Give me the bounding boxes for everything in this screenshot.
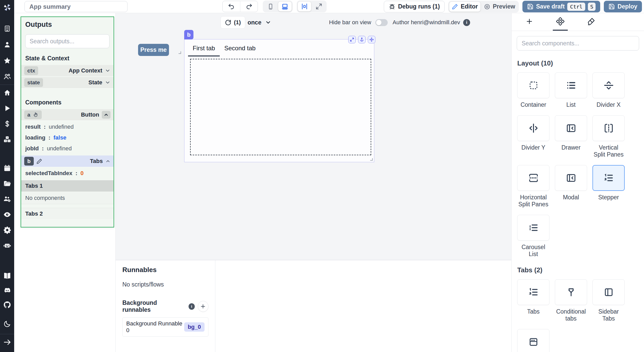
insert-tab[interactable] [522, 13, 537, 31]
user-icon[interactable] [3, 40, 12, 49]
discord-icon[interactable] [3, 286, 12, 295]
fullwidth-button[interactable] [312, 2, 326, 11]
tab-first[interactable]: First tab [188, 43, 220, 56]
anchor-icon [360, 37, 364, 42]
resources-cubes-icon[interactable] [3, 135, 12, 144]
save-draft-button[interactable]: Save draft Ctrl S [522, 1, 600, 12]
move-icon [369, 37, 374, 42]
workers-users-gear-icon[interactable] [3, 195, 12, 203]
divider-y-card[interactable] [517, 115, 549, 141]
vertical-split-panes-card[interactable] [592, 115, 625, 141]
workspace-building-icon[interactable] [3, 24, 12, 33]
bottom-panel: Runnables No scripts/flows Background ru… [115, 260, 511, 352]
github-icon[interactable] [3, 300, 12, 309]
redo-button[interactable] [240, 1, 258, 12]
windmill-logo[interactable] [3, 3, 12, 12]
state-row[interactable]: state State [21, 77, 114, 89]
ctx-row[interactable]: ctx App Context [21, 65, 114, 77]
outputs-panel: Outputs State & Context ctx App Context … [21, 17, 114, 227]
component-a-badge: a [24, 110, 42, 119]
folders-icon[interactable] [3, 179, 12, 188]
hide-bar-toggle[interactable] [375, 19, 388, 26]
audit-eye-icon[interactable] [3, 210, 12, 219]
horizontal-split-panes-card[interactable] [517, 165, 549, 191]
component-a-type: Button [81, 111, 99, 118]
background-runnable-item[interactable]: Background Runnable 0 bg_0 [122, 317, 208, 337]
stepper-card[interactable] [592, 165, 625, 191]
container-card[interactable] [517, 72, 549, 98]
tabs-component[interactable]: b First tab Second tab [184, 39, 374, 162]
center-align-button[interactable] [298, 2, 311, 11]
move-component-button[interactable] [368, 36, 375, 43]
canvas-align-group [297, 1, 327, 12]
state-id-badge: state [24, 78, 43, 87]
modal-card[interactable] [555, 165, 587, 191]
carousel-list-card[interactable] [517, 215, 549, 241]
component-b-row[interactable]: b Tabs [21, 155, 114, 167]
conditional-tabs-card[interactable] [555, 279, 587, 305]
empty-drop-zone[interactable] [190, 59, 371, 155]
collapse-arrow-icon[interactable] [3, 338, 12, 347]
preview-tab[interactable]: Preview [481, 2, 518, 12]
schedules-calendar-icon[interactable] [3, 164, 12, 173]
editor-tab[interactable]: Editor [449, 2, 480, 12]
press-me-button[interactable]: Press me [138, 44, 169, 56]
schedule-mode-dropdown[interactable]: once [248, 16, 271, 29]
refresh-button[interactable]: (1) [221, 16, 245, 29]
divider-y-icon [528, 123, 539, 134]
deploy-button[interactable]: Deploy [604, 1, 642, 12]
mobile-view-button[interactable] [264, 2, 277, 11]
anchor-component-button[interactable] [358, 36, 366, 43]
home-icon[interactable] [3, 88, 12, 97]
runs-play-icon[interactable] [3, 104, 12, 113]
sidebar-tabs-card[interactable] [592, 279, 625, 305]
undo-button[interactable] [223, 1, 240, 12]
collapse-a-button[interactable] [102, 111, 111, 119]
settings-gear-icon[interactable] [3, 226, 12, 234]
tabs-heading: Tabs (2) [517, 266, 644, 274]
assistant-robot-icon[interactable] [3, 241, 12, 250]
divider-x-card[interactable] [592, 72, 625, 98]
invisible-tabs-card[interactable] [517, 329, 549, 352]
components-panel: Layout (10) Container List [511, 13, 644, 352]
resize-handle-icon[interactable] [178, 51, 181, 54]
dark-mode-moon-icon[interactable] [3, 320, 12, 328]
sidebar-tabs-icon [603, 287, 614, 298]
outputs-search-input[interactable] [25, 34, 109, 48]
list-card[interactable] [555, 72, 587, 98]
pencil-icon [36, 158, 42, 164]
hide-bar-label: Hide bar on view [329, 19, 371, 26]
kbd-ctrl: Ctrl [567, 3, 585, 11]
tab-second[interactable]: Second tab [220, 43, 260, 56]
info-icon[interactable]: i [463, 19, 470, 26]
components-tab[interactable] [553, 13, 568, 31]
component-a-row[interactable]: a Button [21, 109, 114, 121]
styling-tab[interactable] [584, 13, 599, 31]
desktop-view-button[interactable] [278, 2, 292, 11]
component-actions [348, 36, 375, 43]
chevron-down-icon [105, 80, 111, 85]
variables-dollar-icon[interactable] [3, 119, 12, 128]
favorites-star-icon[interactable] [3, 56, 12, 65]
ctx-id-badge: ctx [24, 66, 38, 75]
tabs2-header[interactable]: Tabs 2 [21, 208, 114, 220]
tabs-card[interactable] [517, 279, 549, 305]
info-icon[interactable]: i [189, 303, 195, 310]
tabs1-header[interactable]: Tabs 1 [21, 180, 114, 192]
drawer-card[interactable] [555, 115, 587, 141]
component-id-badge[interactable]: b [184, 30, 193, 39]
app-canvas[interactable]: (1) once Hide bar on view Author henri@w… [115, 13, 511, 260]
expand-component-button[interactable] [348, 36, 356, 43]
editor-preview-toggle: Editor Preview [448, 1, 519, 13]
components-search-input[interactable] [517, 36, 639, 51]
left-nav-rail [0, 0, 14, 352]
stepper-icon [603, 173, 614, 183]
edit-pencil-icon[interactable] [36, 158, 42, 164]
debug-runs-button[interactable]: Debug runs (1) [384, 1, 445, 12]
add-background-runnable-button[interactable] [198, 301, 208, 312]
groups-icon[interactable] [3, 72, 12, 81]
resize-handle-icon[interactable] [370, 158, 373, 161]
docs-book-icon[interactable] [3, 272, 12, 280]
app-summary-input[interactable] [24, 1, 128, 12]
conditional-tabs-icon [566, 287, 577, 298]
